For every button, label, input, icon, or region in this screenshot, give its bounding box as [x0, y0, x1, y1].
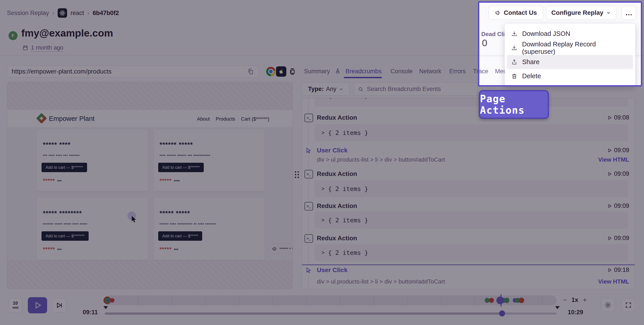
event-title[interactable]: Redux Action	[317, 202, 357, 210]
expandable-payload-partial[interactable]: > { 2 items }	[314, 98, 628, 107]
event-title[interactable]: User Click	[317, 147, 348, 154]
chevron-right-icon: >	[321, 98, 324, 99]
view-html-link[interactable]: View HTML	[598, 278, 629, 285]
seek-handle[interactable]	[499, 311, 505, 317]
play-icon	[607, 204, 612, 208]
contact-us-button[interactable]: Contact Us	[489, 6, 543, 20]
event-time: 09:18	[614, 267, 629, 274]
breadcrumb-search[interactable]	[354, 82, 478, 96]
event-title[interactable]: Redux Action	[317, 114, 357, 121]
tab-errors[interactable]: Errors	[449, 68, 466, 75]
panel-resize-handle[interactable]	[295, 171, 299, 178]
menu-item-share[interactable]: Share	[507, 55, 633, 69]
current-time-indicator	[302, 265, 634, 265]
replay-url-bar: https://empower-plant.com/products	[7, 65, 259, 77]
download-icon	[511, 30, 518, 37]
payload-preview: { 2 items }	[328, 129, 368, 136]
event-timestamp[interactable]: 09:09	[607, 147, 629, 154]
breadcrumb-project[interactable]: react	[70, 10, 84, 16]
total-time-label: 10:29	[568, 309, 583, 316]
play-button[interactable]	[28, 297, 47, 313]
tab-network[interactable]: Network	[419, 68, 442, 75]
menu-item-label: Download JSON	[522, 30, 570, 37]
event-timestamp[interactable]: 09:09	[607, 202, 629, 209]
expandable-payload[interactable]: > { 2 items }	[314, 180, 628, 197]
replay-url: https://empower-plant.com/products	[12, 68, 247, 75]
timeline-marker-green[interactable]	[504, 298, 509, 303]
product-desc-masked: ******* ***** ***** **** *****	[43, 222, 87, 226]
replay-cursor-icon	[131, 216, 137, 223]
event-timestamp[interactable]: 09:09	[607, 235, 629, 242]
dead-clicks-value: 0	[482, 38, 487, 48]
menu-item-download-json[interactable]: Download JSON	[507, 27, 633, 41]
redux-action-icon: >_	[304, 234, 314, 243]
time-ago-label[interactable]: 1 month ago	[31, 44, 64, 52]
seek-bar-progress	[105, 313, 502, 315]
review-count-masked: ****	[174, 179, 180, 184]
click-selector: div > ul.products-list > li > div > butt…	[317, 156, 445, 163]
timeline-events-track[interactable]	[105, 296, 557, 305]
chevron-right-icon: >	[321, 130, 324, 136]
tab-trace[interactable]: Trace	[473, 68, 488, 75]
product-desc-masked: *** **** **** *** *******	[43, 154, 80, 158]
tab-console[interactable]: Console	[390, 68, 413, 75]
event-timestamp[interactable]: 09:18	[607, 267, 629, 274]
product-desc-masked: **** ****** ****** *** ***********	[160, 154, 210, 158]
annotation-label: Page Actions	[479, 90, 549, 119]
avatar: F	[8, 31, 18, 40]
seek-bar[interactable]	[105, 313, 557, 315]
expandable-payload[interactable]: > { 2 items }	[314, 244, 628, 261]
redux-action-icon: >_	[304, 201, 314, 211]
menu-item-delete[interactable]: Delete	[507, 69, 633, 83]
tab-summary[interactable]: Summary	[304, 68, 330, 75]
breadcrumb-session-replay[interactable]: Session Replay	[7, 10, 49, 16]
review-count-masked: ***	[57, 248, 62, 252]
type-filter-dropdown[interactable]: Type: Any	[302, 82, 350, 96]
speed-increase-button[interactable]: +	[583, 296, 587, 304]
rewind-10s-button[interactable]: 10 <<<	[8, 298, 22, 313]
rewind-amount: 10	[13, 301, 18, 305]
configure-replay-button[interactable]: Configure Replay	[546, 6, 616, 20]
timeline-marker-red[interactable]	[519, 298, 524, 303]
chrome-browser-icon	[266, 67, 276, 76]
download-icon	[511, 45, 518, 51]
expandable-payload[interactable]: > { 2 items }	[314, 124, 628, 141]
play-icon	[607, 148, 612, 153]
fullscreen-button[interactable]	[621, 298, 635, 312]
view-html-link[interactable]: View HTML	[598, 156, 629, 163]
payload-preview: { 2 items }	[328, 217, 368, 224]
expandable-payload[interactable]: > { 2 items }	[314, 212, 628, 229]
star-rating-masked: *****	[43, 178, 55, 184]
trash-icon	[511, 73, 518, 80]
react-project-icon	[58, 8, 67, 18]
event-title[interactable]: Redux Action	[317, 170, 357, 178]
replay-player[interactable]: Empower Plant About Products Cart ($****…	[7, 82, 293, 289]
star-rating-masked: *****	[160, 178, 172, 184]
timeline-marker-red[interactable]	[110, 298, 114, 303]
skip-to-end-button[interactable]	[52, 298, 66, 313]
event-title[interactable]: User Click	[317, 267, 348, 274]
chevron-right-icon: ›	[52, 10, 54, 16]
menu-item-download-replay-record[interactable]: Download Replay Record (superuser)	[507, 41, 633, 55]
tab-breadcrumbs[interactable]: Breadcrumbs	[346, 68, 382, 75]
redux-action-icon: >_	[304, 113, 314, 123]
search-input[interactable]	[366, 85, 473, 93]
timeline-marker-red[interactable]	[489, 298, 494, 303]
replay-date[interactable]: 1 month ago	[22, 44, 64, 52]
chevron-down-icon	[338, 87, 344, 92]
timeline-marker-purple[interactable]	[106, 299, 109, 302]
skip-end-icon	[56, 302, 63, 309]
megaphone-icon	[495, 10, 501, 16]
event-time: 09:09	[614, 170, 629, 177]
more-actions-button[interactable]: …	[622, 6, 636, 20]
event-timestamp[interactable]: 09:08	[607, 114, 629, 121]
copy-icon[interactable]	[247, 68, 254, 75]
settings-button[interactable]	[601, 298, 615, 312]
event-timestamp[interactable]: 09:09	[607, 170, 629, 177]
chevron-right-icon: >	[321, 217, 324, 223]
rewind-chevrons-icon: <<<	[12, 306, 18, 310]
site-brand: Empower Plant	[49, 115, 94, 122]
event-title[interactable]: Redux Action	[317, 235, 357, 242]
star-rating-masked: *****	[43, 246, 55, 253]
speed-decrease-button[interactable]: −	[563, 296, 567, 304]
